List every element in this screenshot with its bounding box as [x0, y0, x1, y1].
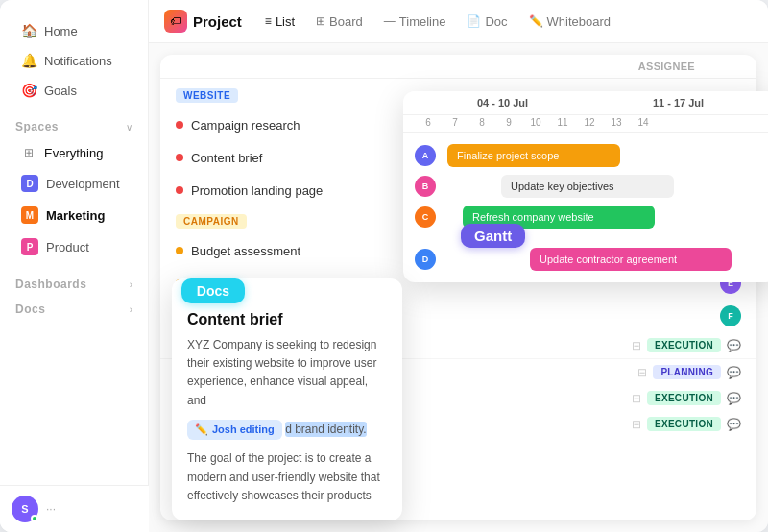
gantt-day: 12: [576, 117, 603, 128]
sidebar-footer: S ···: [0, 485, 149, 532]
docs-bubble: Docs: [181, 278, 245, 303]
assignee-column-header: ASSIGNEE: [626, 60, 703, 72]
sidebar-item-goals[interactable]: 🎯 Goals: [6, 76, 142, 105]
gantt-row[interactable]: C Refresh company website Gantt: [403, 202, 768, 232]
chat-icon: 💬: [727, 366, 741, 379]
gantt-day: 8: [468, 117, 495, 128]
gantt-day: 11: [549, 117, 576, 128]
docs-card-text: XYZ Company is seeking to redesign their…: [187, 336, 387, 505]
status-badge: EXECUTION: [647, 391, 721, 405]
gantt-row[interactable]: D Update contractor agreement: [403, 244, 768, 275]
spaces-chevron-icon: ∨: [126, 122, 132, 133]
goals-icon: 🎯: [21, 83, 36, 98]
list-tab-icon: ≡: [265, 14, 272, 28]
everything-icon: ⊞: [21, 145, 36, 160]
docs-section-label: Docs: [15, 302, 45, 316]
docs-card: Docs Content brief XYZ Company is seekin…: [172, 278, 402, 520]
gantt-day: 9: [495, 117, 522, 128]
status-badge: EXECUTION: [647, 338, 721, 352]
sidebar-item-development[interactable]: D Development: [6, 168, 142, 199]
task-list-header: ASSIGNEE: [160, 55, 756, 79]
dashboards-section-label: Dashboards: [15, 278, 86, 291]
gantt-day: 14: [630, 117, 657, 128]
development-badge: D: [21, 175, 38, 192]
marketing-badge: M: [21, 206, 38, 224]
table-icon: ⊟: [632, 392, 641, 405]
board-tab-icon: ⊞: [316, 14, 325, 28]
sidebar-item-notifications[interactable]: 🔔 Notifications: [6, 46, 142, 75]
sidebar-item-marketing[interactable]: M Marketing: [6, 200, 142, 230]
tab-doc[interactable]: 📄 Doc: [457, 11, 516, 33]
chat-icon: 💬: [727, 418, 741, 431]
dashboards-chevron-icon: ›: [130, 279, 132, 290]
gantt-day: 10: [522, 117, 549, 128]
gantt-card: 04 - 10 Jul 11 - 17 Jul 6 7 8 9 10 11 12…: [403, 91, 768, 282]
timeline-tab-icon: —: [384, 14, 396, 28]
bell-icon: 🔔: [21, 53, 36, 68]
header: 🏷 Project ≡ List ⊞ Board — Timeline 📄 Do…: [149, 0, 768, 43]
tab-timeline[interactable]: — Timeline: [374, 11, 456, 33]
tab-board[interactable]: ⊞ Board: [306, 11, 372, 33]
gantt-bar: Update contractor agreement: [530, 248, 732, 271]
gantt-day: 6: [415, 117, 442, 128]
gantt-bubble: Gantt: [461, 224, 525, 248]
project-title: Project: [193, 13, 242, 30]
table-icon: ⊟: [632, 418, 641, 431]
tab-list[interactable]: ≡ List: [255, 11, 304, 33]
nav-tabs: ≡ List ⊞ Board — Timeline 📄 Doc ✏️ Wh: [255, 11, 620, 33]
sidebar-item-product[interactable]: P Product: [6, 231, 142, 262]
spaces-section-label: Spaces: [15, 120, 59, 133]
home-icon: 🏠: [21, 23, 36, 38]
table-icon: ⊟: [632, 339, 641, 352]
chat-icon: 💬: [727, 392, 741, 405]
chat-icon: 💬: [727, 339, 741, 352]
product-badge: P: [21, 238, 38, 255]
table-icon: ⊟: [637, 366, 647, 379]
sidebar-item-everything[interactable]: ⊞ Everything: [6, 138, 142, 167]
sidebar-item-home[interactable]: 🏠 Home: [6, 16, 142, 45]
tab-whiteboard[interactable]: ✏️ Whiteboard: [519, 11, 620, 33]
gantt-avatar: A: [415, 145, 436, 166]
status-badge: EXECUTION: [647, 417, 721, 431]
gantt-avatar: C: [415, 206, 436, 228]
project-icon: 🏷: [164, 10, 187, 33]
gantt-avatar: B: [415, 176, 436, 197]
gantt-day: 13: [603, 117, 630, 128]
gantt-week2-label: 11 - 17 Jul: [590, 97, 766, 109]
doc-tab-icon: 📄: [467, 14, 481, 28]
gantt-bar: Finalize project scope: [447, 144, 620, 167]
editing-badge: ✏️ Josh editing: [187, 420, 282, 441]
gantt-avatar: D: [415, 249, 436, 270]
highlighted-text: d brand identity.: [285, 422, 367, 437]
pencil-icon: ✏️: [195, 422, 208, 439]
campaign-category-badge: CAMPAIGN: [176, 214, 247, 229]
whiteboard-tab-icon: ✏️: [529, 14, 543, 28]
gantt-bar-gray: Update key objectives: [501, 175, 674, 198]
settings-icon: ···: [46, 502, 56, 516]
gantt-row[interactable]: B Update key objectives: [403, 171, 768, 202]
gantt-row[interactable]: A Finalize project scope: [403, 140, 768, 171]
gantt-day: 7: [442, 117, 468, 128]
website-category-badge: WEBSITE: [176, 88, 238, 103]
status-badge: PLANNING: [653, 365, 721, 379]
gantt-week1-label: 04 - 10 Jul: [415, 97, 590, 109]
online-indicator: [31, 515, 38, 522]
docs-card-title: Content brief: [187, 311, 387, 328]
docs-chevron-icon: ›: [130, 304, 132, 315]
